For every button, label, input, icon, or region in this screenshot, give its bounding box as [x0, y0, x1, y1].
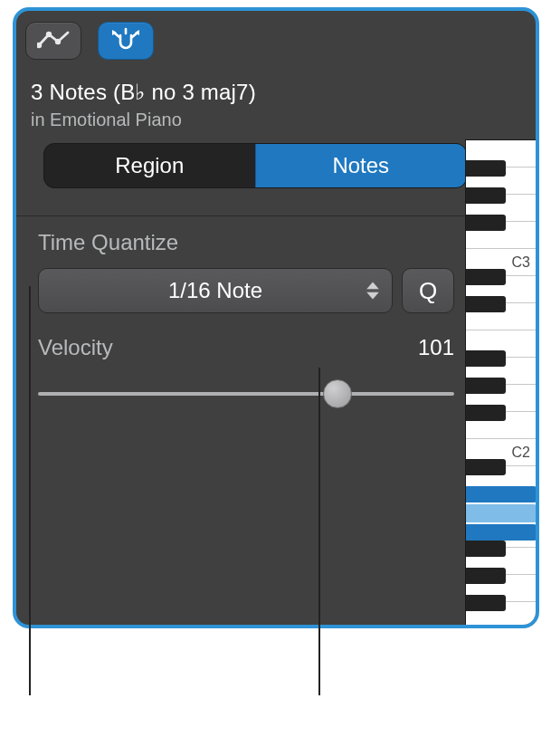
time-quantize-popup[interactable]: 1/16 Note: [38, 268, 393, 313]
mute-tool-icon: [110, 27, 141, 54]
piano-keyboard[interactable]: [465, 139, 536, 625]
black-key[interactable]: [466, 405, 506, 421]
divider: [16, 215, 467, 216]
callout-line: [318, 368, 320, 695]
automation-icon: [37, 29, 70, 53]
slider-track: [38, 392, 454, 396]
velocity-slider[interactable]: [38, 382, 454, 406]
black-key[interactable]: [466, 269, 506, 285]
black-key[interactable]: [466, 378, 506, 394]
selection-title: 3 Notes (B♭ no 3 maj7): [31, 80, 536, 106]
highlighted-note[interactable]: [466, 486, 537, 502]
svg-point-2: [55, 39, 61, 44]
velocity-label: Velocity: [38, 335, 113, 360]
automation-tool-button[interactable]: [25, 22, 81, 60]
black-key[interactable]: [466, 459, 506, 475]
time-quantize-label: Time Quantize: [38, 230, 454, 255]
catch-tool-button[interactable]: [98, 22, 154, 60]
black-key[interactable]: [466, 160, 506, 177]
highlighted-note[interactable]: [466, 524, 537, 541]
svg-marker-6: [366, 292, 379, 300]
velocity-value: 101: [418, 335, 454, 360]
tab-notes-label: Notes: [332, 153, 389, 178]
track-name: in Emotional Piano: [31, 110, 536, 130]
black-key[interactable]: [466, 595, 506, 611]
black-key[interactable]: [466, 568, 506, 584]
inspector-tabs: Region Notes: [43, 143, 467, 188]
black-key[interactable]: [466, 187, 506, 204]
callout-line: [29, 286, 31, 695]
slider-thumb[interactable]: [323, 379, 352, 408]
black-key[interactable]: [466, 350, 506, 367]
quantize-button-label: Q: [419, 277, 437, 305]
tab-region[interactable]: Region: [44, 144, 255, 187]
svg-point-1: [46, 32, 52, 37]
black-key[interactable]: [466, 296, 506, 312]
black-key[interactable]: [466, 541, 506, 557]
tab-notes[interactable]: Notes: [255, 144, 467, 187]
quantize-apply-button[interactable]: Q: [402, 268, 454, 313]
black-key[interactable]: [466, 215, 506, 231]
time-quantize-value: 1/16 Note: [168, 278, 262, 303]
svg-marker-5: [366, 282, 379, 290]
chevron-updown-icon: [366, 282, 379, 300]
highlighted-note[interactable]: [466, 504, 537, 522]
tab-region-label: Region: [115, 153, 184, 178]
